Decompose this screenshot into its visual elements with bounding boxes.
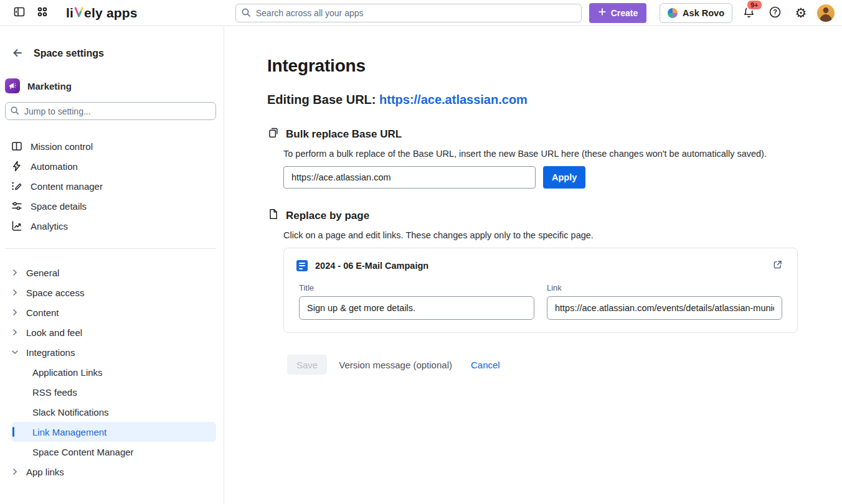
sidebar-header: Space settings <box>0 46 216 61</box>
chevron-right-icon <box>10 287 20 297</box>
chevron-right-icon <box>10 467 20 477</box>
base-url-input[interactable] <box>283 166 536 189</box>
title-field-label: Title <box>299 283 534 292</box>
main-content: Integrations Editing Base URL: https://a… <box>224 26 842 504</box>
sidebar-item-slack-notifications[interactable]: Slack Notifications <box>11 402 216 422</box>
external-link-icon <box>772 259 783 272</box>
collapse-sidebar-icon <box>13 6 26 20</box>
back-button[interactable] <box>10 46 25 61</box>
logo-checkmark-icon <box>74 5 83 21</box>
bulk-replace-row: Apply <box>283 166 842 189</box>
sidebar-section-look-and-feel[interactable]: Look and feel <box>0 322 216 342</box>
copy-pages-icon <box>267 126 280 142</box>
sidebar-section-label: Integrations <box>26 347 75 358</box>
bulk-replace-heading-label: Bulk replace Base URL <box>286 128 402 141</box>
sidebar-item-rss-feeds[interactable]: RSS feeds <box>11 382 216 402</box>
sidebar-item-label: Link Management <box>32 427 106 437</box>
confluence-page-icon <box>296 260 308 271</box>
jump-to-setting-input[interactable] <box>5 102 216 120</box>
sidebar-sections-list: General Space access Content Look and fe… <box>0 263 216 482</box>
notifications-button[interactable]: 9+ <box>739 3 759 23</box>
sidebar-item-label: Automation <box>31 161 78 172</box>
notification-badge: 9+ <box>746 0 763 11</box>
help-button[interactable]: ? <box>765 3 785 23</box>
sidebar-section-label: Look and feel <box>26 327 82 338</box>
global-search-input[interactable] <box>235 4 582 22</box>
app-switcher-button[interactable] <box>32 3 52 23</box>
sidebar-item-label: Content manager <box>31 181 103 192</box>
page-card-header: 2024 - 06 E-Mail Campaign <box>296 258 785 273</box>
analytics-chart-icon <box>11 220 23 232</box>
document-icon <box>267 208 280 223</box>
settings-button[interactable]: ⚙ <box>791 3 811 23</box>
pencil-list-icon <box>11 180 23 192</box>
create-button[interactable]: Create <box>589 3 647 23</box>
sidebar-item-automation[interactable]: Automation <box>0 156 216 176</box>
app-logo[interactable]: li ely apps <box>66 5 138 21</box>
footer-actions: Save Version message (optional) Cancel <box>287 355 842 375</box>
sliders-icon <box>11 200 23 212</box>
sidebar-section-general[interactable]: General <box>0 263 216 282</box>
sidebar-section-content[interactable]: Content <box>0 302 216 322</box>
board-icon <box>11 140 23 152</box>
sidebar-title: Space settings <box>34 48 104 59</box>
sidebar-section-space-access[interactable]: Space access <box>0 282 216 302</box>
link-field-group: Link <box>547 283 782 320</box>
bulk-replace-heading: Bulk replace Base URL <box>267 126 842 142</box>
chevron-right-icon <box>10 307 20 317</box>
replace-by-page-heading: Replace by page <box>267 208 842 223</box>
collapse-sidebar-button[interactable] <box>9 3 29 23</box>
space-name: Marketing <box>27 81 72 91</box>
page-title: Integrations <box>267 56 842 76</box>
link-field-label: Link <box>547 283 782 292</box>
sidebar-section-label: General <box>26 268 59 278</box>
replace-by-page-description: Click on a page and edit links. These ch… <box>283 230 842 240</box>
sidebar-item-label: Slack Notifications <box>32 407 109 418</box>
sidebar-item-application-links[interactable]: Application Links <box>11 362 216 382</box>
svg-text:?: ? <box>773 8 777 16</box>
sidebar-item-label: Analytics <box>31 221 68 231</box>
lightning-icon <box>11 160 23 172</box>
ask-rovo-button[interactable]: Ask Rovo <box>660 3 732 23</box>
logo-text-post: ely apps <box>84 6 138 21</box>
create-button-label: Create <box>611 8 638 18</box>
sidebar-section-app-links[interactable]: App links <box>0 462 216 482</box>
help-icon: ? <box>769 6 782 21</box>
sidebar-section-integrations[interactable]: Integrations <box>0 342 216 362</box>
title-field-input[interactable] <box>299 296 534 320</box>
sidebar-item-label: Space details <box>31 201 87 212</box>
open-page-button[interactable] <box>770 258 785 273</box>
topbar-right-group: Ask Rovo 9+ ? ⚙ <box>660 3 835 23</box>
apply-button[interactable]: Apply <box>543 166 585 189</box>
link-field-input[interactable] <box>547 296 782 320</box>
bulk-replace-description: To perform a bulk replace of the Base UR… <box>283 149 842 159</box>
sidebar-item-label: RSS feeds <box>32 387 77 398</box>
sidebar-item-content-manager[interactable]: Content manager <box>0 176 216 196</box>
save-button[interactable]: Save <box>287 355 327 375</box>
search-icon <box>10 106 20 118</box>
sidebar-item-link-management[interactable]: Link Management <box>11 422 216 442</box>
chevron-right-icon <box>10 268 20 278</box>
cancel-button[interactable]: Cancel <box>471 360 500 370</box>
page-card-title: 2024 - 06 E-Mail Campaign <box>315 261 762 271</box>
base-url-link[interactable]: https://ace.atlassian.com <box>379 93 527 106</box>
sidebar-item-analytics[interactable]: Analytics <box>0 216 216 236</box>
sidebar-item-space-details[interactable]: Space details <box>0 196 216 216</box>
ask-rovo-label: Ask Rovo <box>683 8 724 18</box>
sidebar-section-label: Content <box>26 307 59 318</box>
global-search <box>235 4 582 22</box>
space-header[interactable]: Marketing <box>0 78 216 93</box>
logo-text-pre: li <box>66 6 73 21</box>
sidebar-item-mission-control[interactable]: Mission control <box>0 136 216 156</box>
title-field-group: Title <box>299 283 534 320</box>
gear-icon: ⚙ <box>795 6 807 19</box>
rovo-icon <box>668 8 678 18</box>
sidebar-item-space-content-manager[interactable]: Space Content Manager <box>11 442 216 462</box>
user-avatar[interactable] <box>817 4 835 22</box>
megaphone-icon <box>8 82 17 90</box>
version-message-button[interactable]: Version message (optional) <box>339 360 452 370</box>
sidebar-section-label: Space access <box>26 287 84 298</box>
page-card: 2024 - 06 E-Mail Campaign Titl <box>283 248 798 333</box>
editing-base-url-prefix: Editing Base URL: <box>267 93 379 106</box>
integrations-children: Application Links RSS feeds Slack Notifi… <box>0 362 216 462</box>
